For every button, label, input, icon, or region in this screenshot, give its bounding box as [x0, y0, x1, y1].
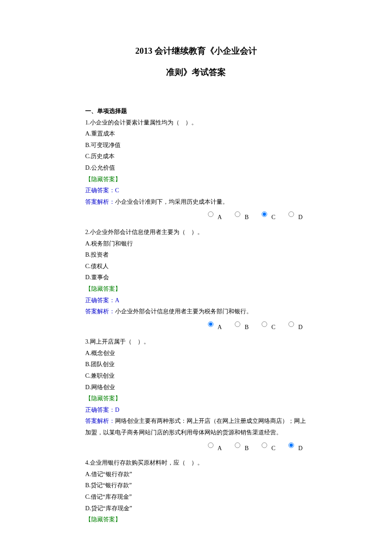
q3-option-c: C.兼职创业 [85, 370, 307, 382]
q1-radio-row: A B C D [85, 210, 307, 223]
q3-analysis: 答案解析：网络创业主要有两种形式：网上开店（在网上注册成立网络商店）；网上加盟，… [85, 416, 307, 438]
q3-option-b: B.团队创业 [85, 359, 307, 370]
q2-hide-answer-link[interactable]: 【隐藏答案】 [85, 283, 307, 295]
page-title-line2: 准则》考试答案 [85, 64, 307, 80]
q3-option-a: A.概念创业 [85, 348, 307, 359]
q2-option-d: D.董事会 [85, 272, 307, 283]
q3-option-d: D.网络创业 [85, 382, 307, 393]
q3-hide-answer-link[interactable]: 【隐藏答案】 [85, 393, 307, 405]
q1-option-c: C.历史成本 [85, 151, 307, 162]
q2-option-a: A.税务部门和银行 [85, 238, 307, 250]
q1-correct-answer: 正确答案：C [85, 185, 307, 197]
q2-option-b: B.投资者 [85, 249, 307, 261]
q1-stem: 1.小企业的会计要素计量属性均为（ ）。 [85, 117, 307, 129]
question-4: 4.企业用银行存款购买原材料时，应（ ）。 A.借记“银行存款” B.贷记“银行… [85, 457, 307, 526]
q1-option-b: B.可变现净值 [85, 140, 307, 151]
q1-analysis: 答案解析：小企业会计准则下，均采用历史成本计量。 [85, 197, 307, 208]
question-1: 1.小企业的会计要素计量属性均为（ ）。 A.重置成本 B.可变现净值 C.历史… [85, 117, 307, 223]
q3-radio-a[interactable]: A [206, 441, 222, 454]
q2-option-c: C.债权人 [85, 261, 307, 272]
q4-option-d: D.贷记“库存现金” [85, 503, 307, 515]
q2-stem: 2.小企业外部会计信息使用者主要为（ ）。 [85, 227, 307, 238]
q1-radio-b[interactable]: B [233, 210, 248, 223]
q3-radio-row: A B C D [85, 441, 307, 454]
q1-radio-a[interactable]: A [206, 210, 222, 223]
q4-option-a: A.借记“银行存款” [85, 469, 307, 480]
q3-stem: 3.网上开店属于（ ）。 [85, 336, 307, 348]
q4-option-b: B.贷记“银行存款” [85, 480, 307, 491]
q2-radio-a[interactable]: A [206, 320, 222, 333]
q2-analysis: 答案解析：小企业外部会计信息使用者主要为税务部门和银行。 [85, 306, 307, 318]
q1-radio-d[interactable]: D [286, 210, 303, 223]
q1-radio-c[interactable]: C [259, 210, 275, 223]
q3-radio-d[interactable]: D [286, 441, 303, 454]
q2-radio-c[interactable]: C [259, 320, 275, 333]
q1-option-d: D.公允价值 [85, 162, 307, 174]
q1-option-a: A.重置成本 [85, 128, 307, 140]
q1-hide-answer-link[interactable]: 【隐藏答案】 [85, 174, 307, 185]
q2-radio-row: A B C D [85, 320, 307, 333]
q2-correct-answer: 正确答案：A [85, 295, 307, 306]
q3-radio-c[interactable]: C [259, 441, 275, 454]
question-3: 3.网上开店属于（ ）。 A.概念创业 B.团队创业 C.兼职创业 D.网络创业… [85, 336, 307, 454]
question-2: 2.小企业外部会计信息使用者主要为（ ）。 A.税务部门和银行 B.投资者 C.… [85, 227, 307, 333]
q2-radio-b[interactable]: B [233, 320, 248, 333]
section-header: 一、单项选择题 [85, 106, 307, 117]
q3-correct-answer: 正确答案：D [85, 405, 307, 416]
q4-stem: 4.企业用银行存款购买原材料时，应（ ）。 [85, 457, 307, 469]
q3-radio-b[interactable]: B [233, 441, 248, 454]
q2-radio-d[interactable]: D [286, 320, 303, 333]
q4-option-c: C.借记“库存现金” [85, 491, 307, 503]
page-title-line1: 2013 会计继续教育《小企业会计 [85, 43, 307, 59]
q4-hide-answer-link[interactable]: 【隐藏答案】 [85, 514, 307, 526]
